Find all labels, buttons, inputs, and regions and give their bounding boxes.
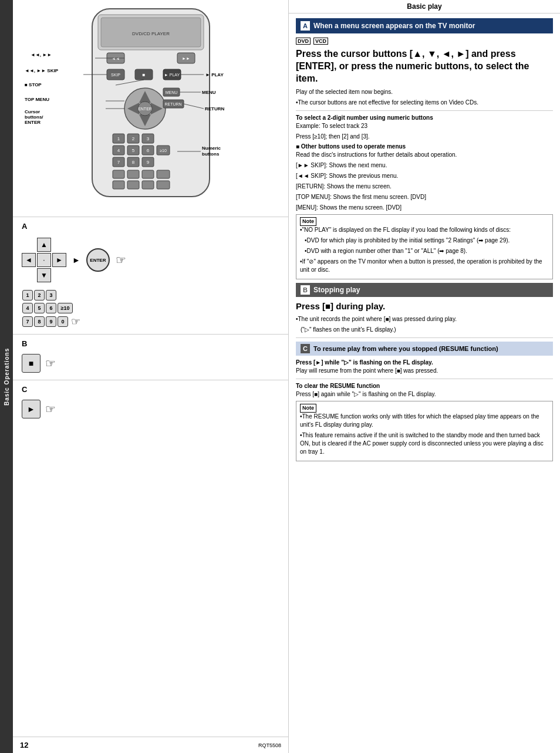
svg-text:◄◄, ►►: ◄◄, ►► — [31, 52, 52, 58]
up-arrow-btn[interactable]: ▲ — [37, 238, 51, 252]
key-0[interactable]: 0 — [58, 316, 68, 327]
hand-illustration-b: ☞ — [45, 356, 56, 370]
left-arrow-btn[interactable]: ◄ — [22, 253, 36, 267]
svg-text:buttons/: buttons/ — [25, 114, 43, 120]
key-8[interactable]: 8 — [34, 316, 45, 327]
clear-title: To clear the RESUME function — [296, 383, 553, 389]
page-number: 12 — [20, 741, 28, 749]
svg-rect-73 — [157, 181, 170, 189]
divider-3 — [296, 379, 553, 379]
section-b-title: Stopping play — [313, 286, 360, 294]
key-2[interactable]: 2 — [34, 290, 45, 300]
play-note: Play of the selected item now begins. — [296, 88, 553, 96]
disc-badges: DVD VCD — [296, 37, 553, 45]
section-c-label: C — [22, 385, 279, 394]
key-7[interactable]: 7 — [22, 316, 33, 327]
svg-text:ENTER: ENTER — [25, 120, 41, 125]
key-9[interactable]: 9 — [46, 316, 56, 327]
svg-text:9: 9 — [147, 160, 150, 165]
dvd-badge: DVD — [296, 38, 311, 45]
arrow-cluster: ▲ ◄ · ► ▼ — [22, 238, 66, 282]
other-buttons-title: ■ Other buttons used to operate menus — [296, 143, 553, 150]
svg-text:4: 4 — [117, 148, 120, 153]
section-a-illustration: A ▲ ◄ · ► ▼ ► ENTER ☞ 1 2 3 — [13, 217, 288, 335]
svg-text:SKIP: SKIP — [111, 73, 120, 77]
key-ge10[interactable]: ≥10 — [58, 303, 73, 313]
key-6[interactable]: 6 — [46, 303, 56, 313]
note-3: •If "⊘" appears on the TV monitor when a… — [300, 258, 549, 274]
section-c-illustration: C ► ☞ — [13, 380, 288, 426]
sidebar-label: Basic Operations — [0, 0, 13, 753]
vcd-badge: VCD — [313, 38, 328, 45]
key-4[interactable]: 4 — [22, 303, 33, 313]
section-b-letter: B — [301, 285, 310, 295]
svg-text:►►: ►► — [182, 56, 190, 60]
center-enter-btn[interactable]: · — [37, 253, 51, 267]
svg-rect-69 — [157, 170, 170, 178]
section-b-illustration: B ■ ☞ — [13, 335, 288, 380]
svg-text:1: 1 — [117, 136, 120, 141]
section-a-title: When a menu screen appears on the TV mon… — [313, 22, 475, 30]
svg-text:RETURN: RETURN — [205, 106, 225, 112]
menu-item-0: [►► SKIP]: Shows the next menu. — [296, 161, 553, 170]
svg-text:Numeric: Numeric — [202, 146, 221, 151]
section-c-header: C To resume play from where you stopped … — [296, 342, 553, 356]
svg-text:buttons: buttons — [202, 151, 220, 157]
svg-rect-67 — [127, 170, 139, 178]
section-c-note-0: •The RESUME function works only with tit… — [300, 413, 549, 429]
cursor-note: •The cursor buttons are not effective fo… — [296, 99, 553, 107]
svg-text:RETURN: RETURN — [164, 102, 181, 106]
down-arrow-btn[interactable]: ▼ — [37, 268, 51, 282]
section-c-note-1: •This feature remains active if the unit… — [300, 431, 549, 456]
svg-text:► PLAY: ► PLAY — [205, 72, 224, 77]
hand-illustration-c: ☞ — [45, 402, 56, 416]
svg-text:■ STOP: ■ STOP — [25, 82, 42, 87]
note-0: •"NO PLAY" is displayed on the FL displa… — [300, 226, 549, 234]
section-c-letter: C — [301, 344, 310, 353]
menu-item-3: [TOP MENU]: Shows the first menu screen.… — [296, 193, 553, 201]
key-1[interactable]: 1 — [22, 290, 33, 300]
section-c-title: To resume play from where you stopped (R… — [313, 345, 498, 352]
right-content: A When a menu screen appears on the TV m… — [289, 13, 560, 753]
page-code: RQT5508 — [258, 742, 281, 748]
section-b-label: B — [22, 339, 279, 348]
hand-illustration-keypad: ☞ — [71, 315, 80, 328]
svg-rect-66 — [113, 170, 124, 178]
key-3[interactable]: 3 — [46, 290, 56, 300]
svg-text:≥10: ≥10 — [160, 148, 167, 153]
remote-diagram-svg: DVD/CD PLAYER ◄◄ ►► ◄◄, ►► SKIP ■ ► PLAY… — [22, 6, 280, 205]
digit-title: To select a 2-digit number using numeric… — [296, 114, 553, 121]
svg-text:◄◄, ►► SKIP: ◄◄, ►► SKIP — [25, 68, 59, 73]
arrow-to-enter: ► — [72, 255, 80, 265]
svg-text:DVD/CD PLAYER: DVD/CD PLAYER — [132, 31, 170, 36]
svg-text:5: 5 — [132, 148, 135, 153]
left-panel: DVD/CD PLAYER ◄◄ ►► ◄◄, ►► SKIP ■ ► PLAY… — [13, 0, 289, 753]
section-c-note-box: Note •The RESUME function works only wit… — [296, 401, 553, 461]
section-c-press: Press [►] while "▷" is flashing on the F… — [296, 359, 553, 366]
section-a-letter: A — [301, 21, 310, 31]
svg-text:3: 3 — [147, 136, 150, 141]
hand-illustration-a: ☞ — [116, 253, 126, 267]
digit-press: Press [≥10]; then [2] and [3]. — [296, 133, 553, 141]
other-buttons-note: Read the disc's instructions for further… — [296, 151, 553, 159]
remote-diagram-area: DVD/CD PLAYER ◄◄ ►► ◄◄, ►► SKIP ■ ► PLAY… — [13, 0, 288, 217]
right-arrow-btn[interactable]: ► — [52, 253, 66, 267]
note-title-c: Note — [300, 404, 549, 413]
stop-btn-illustration[interactable]: ■ — [22, 354, 41, 373]
section-a-note-box: Note •"NO PLAY" is displayed on the FL d… — [296, 214, 553, 279]
page-title: Basic play — [289, 0, 560, 13]
svg-rect-70 — [113, 181, 124, 189]
section-c-resumes: Play will resume from the point where [■… — [296, 367, 553, 375]
section-b-header: B Stopping play — [296, 283, 553, 297]
divider-1 — [296, 110, 553, 111]
section-b-note-0: •The unit records the point where [■] wa… — [296, 315, 553, 323]
play-btn-illustration[interactable]: ► — [22, 400, 41, 418]
key-5[interactable]: 5 — [34, 303, 45, 313]
enter-btn-illustration[interactable]: ENTER — [86, 248, 110, 272]
menu-item-4: [MENU]: Shows the menu screen. [DVD] — [296, 204, 553, 212]
svg-text:Cursor: Cursor — [25, 109, 40, 114]
digit-example: Example: To select track 23 — [296, 122, 553, 130]
divider-2 — [296, 337, 553, 338]
note-1: •DVD for which play is prohibited by the… — [305, 237, 549, 245]
svg-text:MENU: MENU — [166, 90, 178, 94]
